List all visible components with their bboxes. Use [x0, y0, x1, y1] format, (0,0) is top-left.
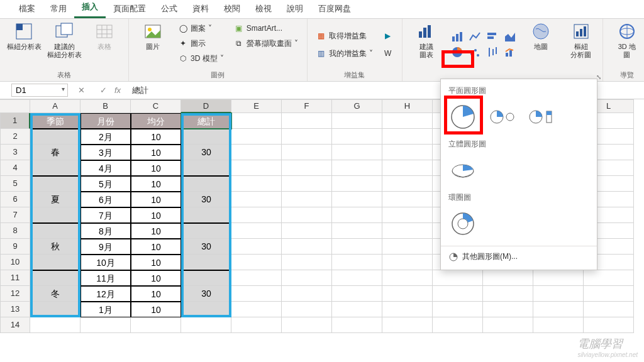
maps-button[interactable]: 地圖	[523, 21, 558, 51]
cell-I14[interactable]	[433, 317, 483, 333]
icons-button[interactable]: ✦圖示	[175, 36, 226, 50]
tab-檔案[interactable]: 檔案	[11, 0, 43, 18]
cell-F5[interactable]	[282, 176, 332, 192]
cell-A9[interactable]: 秋	[30, 239, 80, 255]
cell-F11[interactable]	[282, 270, 332, 286]
pie-3d-option[interactable]	[448, 156, 477, 185]
row-header-14[interactable]: 14	[0, 317, 30, 333]
cell-L13[interactable]	[584, 302, 634, 317]
cell-C7[interactable]: 10	[131, 207, 181, 223]
cell-A6[interactable]: 夏	[30, 192, 80, 207]
tab-資料[interactable]: 資料	[185, 0, 216, 18]
col-header-E[interactable]: E	[231, 99, 282, 113]
cell-B11[interactable]: 11月	[80, 270, 131, 286]
cell-H4[interactable]	[382, 160, 433, 176]
cell-C6[interactable]: 10	[131, 192, 181, 207]
cell-G14[interactable]	[332, 317, 382, 333]
cell-A2[interactable]	[30, 129, 80, 145]
cell-C2[interactable]: 10	[131, 129, 181, 145]
cell-H2[interactable]	[382, 129, 433, 145]
cell-G7[interactable]	[332, 207, 382, 223]
cell-H10[interactable]	[382, 255, 433, 270]
cell-E9[interactable]	[231, 239, 282, 255]
cell-B1[interactable]: 月份	[80, 113, 131, 129]
cell-C13[interactable]: 10	[131, 302, 181, 317]
cell-C11[interactable]: 10	[131, 270, 181, 286]
bar-of-pie-option[interactable]	[526, 102, 555, 131]
area-chart-icon[interactable]	[502, 30, 518, 44]
cell-E11[interactable]	[231, 270, 282, 286]
cell-H8[interactable]	[382, 223, 433, 239]
cell-I11[interactable]	[433, 270, 483, 286]
cell-D2[interactable]	[181, 129, 231, 145]
cell-G3[interactable]	[332, 145, 382, 160]
cell-G9[interactable]	[332, 239, 382, 255]
fx-icon[interactable]: fx	[114, 85, 127, 95]
cell-A12[interactable]: 冬	[30, 286, 80, 302]
pie-of-pie-option[interactable]	[487, 102, 516, 131]
cell-G12[interactable]	[332, 286, 382, 302]
cell-B4[interactable]: 4月	[80, 160, 131, 176]
cell-D11[interactable]	[181, 270, 231, 286]
cell-D6[interactable]: 30	[181, 192, 231, 207]
row-header-4[interactable]: 4	[0, 160, 30, 176]
cell-C8[interactable]: 10	[131, 223, 181, 239]
cell-H7[interactable]	[382, 207, 433, 223]
smartart-button[interactable]: ▣SmartArt...	[231, 21, 301, 35]
3d-map-button[interactable]: 3D 地 圖	[609, 21, 644, 59]
row-header-11[interactable]: 11	[0, 270, 30, 286]
cell-D12[interactable]: 30	[181, 286, 231, 302]
bar-chart-icon[interactable]	[449, 30, 465, 44]
cell-H1[interactable]	[382, 113, 433, 129]
cell-D9[interactable]: 30	[181, 239, 231, 255]
pie-chart-icon[interactable]	[449, 45, 465, 59]
cell-D3[interactable]: 30	[181, 145, 231, 160]
cell-C4[interactable]: 10	[131, 160, 181, 176]
col-header-A[interactable]: A	[30, 99, 80, 113]
cell-H3[interactable]	[382, 145, 433, 160]
cell-D13[interactable]	[181, 302, 231, 317]
cell-A1[interactable]: 季節	[30, 113, 80, 129]
shapes-button[interactable]: ◯圖案 ˅	[175, 21, 226, 35]
cell-K11[interactable]	[533, 270, 584, 286]
tab-校閱[interactable]: 校閱	[216, 0, 248, 18]
row-header-13[interactable]: 13	[0, 302, 30, 317]
col-header-B[interactable]: B	[80, 99, 131, 113]
cell-B12[interactable]: 12月	[80, 286, 131, 302]
cell-A11[interactable]	[30, 270, 80, 286]
cell-C1[interactable]: 均分	[131, 113, 181, 129]
cell-L12[interactable]	[584, 286, 634, 302]
cell-E4[interactable]	[231, 160, 282, 176]
cell-E2[interactable]	[231, 129, 282, 145]
scatter-chart-icon[interactable]	[467, 45, 483, 59]
cell-B2[interactable]: 2月	[80, 129, 131, 145]
cell-G11[interactable]	[332, 270, 382, 286]
cell-F13[interactable]	[282, 302, 332, 317]
cell-I13[interactable]	[433, 302, 483, 317]
column-chart-icon[interactable]	[484, 30, 501, 44]
row-header-3[interactable]: 3	[0, 145, 30, 160]
cell-D8[interactable]	[181, 223, 231, 239]
cell-K12[interactable]	[533, 286, 584, 302]
cell-B5[interactable]: 5月	[80, 176, 131, 192]
cell-F9[interactable]	[282, 239, 332, 255]
tab-常用[interactable]: 常用	[43, 0, 74, 18]
cell-B14[interactable]	[80, 317, 131, 333]
cell-B13[interactable]: 1月	[80, 302, 131, 317]
my-addins-button[interactable]: ▥我的增益集 ˅	[314, 47, 375, 60]
cell-D1[interactable]: 總計	[181, 113, 231, 129]
combo-chart-icon[interactable]	[502, 45, 518, 59]
cell-B7[interactable]: 7月	[80, 207, 131, 223]
cell-I12[interactable]	[433, 286, 483, 302]
cell-G10[interactable]	[332, 255, 382, 270]
cell-H11[interactable]	[382, 270, 433, 286]
cell-F10[interactable]	[282, 255, 332, 270]
cell-A3[interactable]: 春	[30, 145, 80, 160]
cell-J11[interactable]	[483, 270, 533, 286]
cell-D7[interactable]	[181, 207, 231, 223]
doughnut-option[interactable]	[448, 209, 477, 238]
cell-E3[interactable]	[231, 145, 282, 160]
cell-L14[interactable]	[584, 317, 634, 333]
cell-A5[interactable]	[30, 176, 80, 192]
enter-icon[interactable]: ✓	[92, 85, 114, 95]
